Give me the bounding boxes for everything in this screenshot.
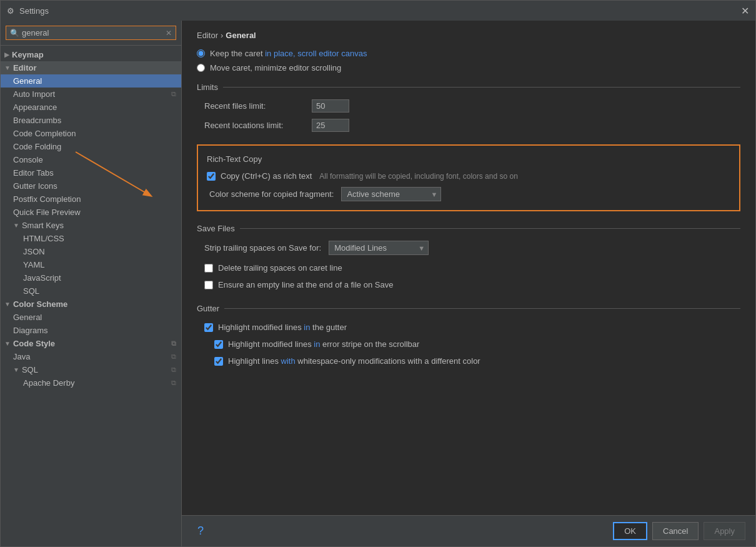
highlight-error-row: Highlight modified lines in error stripe… xyxy=(197,338,740,351)
ensure-empty-checkbox[interactable] xyxy=(204,281,213,289)
gutter-icons-label: Gutter Icons xyxy=(13,181,57,191)
sidebar-item-gutter-icons[interactable]: Gutter Icons xyxy=(1,179,181,193)
save-files-section: Save Files Strip trailing spaces on Save… xyxy=(197,224,740,291)
titlebar: ⚙ Settings ✕ xyxy=(1,1,755,21)
search-input-wrap: 🔍 ✕ xyxy=(6,26,176,40)
close-button[interactable]: ✕ xyxy=(741,5,749,17)
cancel-button[interactable]: Cancel xyxy=(652,522,699,540)
code-completion-label: Code Completion xyxy=(13,129,76,138)
breadcrumbs-label: Breadcrumbs xyxy=(13,116,61,125)
sidebar-item-code-style[interactable]: ▼ Code Style ⧉ xyxy=(1,337,181,350)
quick-file-preview-label: Quick File Preview xyxy=(13,208,81,217)
recent-locations-row: Recent locations limit: xyxy=(197,119,740,132)
sidebar-item-code-folding[interactable]: Code Folding xyxy=(1,140,181,153)
gutter-title: Gutter xyxy=(197,304,740,313)
cs-sql-label: SQL xyxy=(22,365,38,374)
sidebar-item-apache-derby[interactable]: Apache Derby ⧉ xyxy=(1,376,181,389)
sidebar-item-breadcrumbs[interactable]: Breadcrumbs xyxy=(1,114,181,127)
general-label: General xyxy=(13,76,42,86)
strip-trailing-select[interactable]: Modified Lines All None xyxy=(329,241,429,255)
code-style-collapse-icon: ▼ xyxy=(4,340,11,347)
breadcrumb-parent: Editor xyxy=(197,31,218,40)
sidebar-item-java[interactable]: Java ⧉ xyxy=(1,350,181,363)
keymap-collapse-icon: ▶ xyxy=(4,51,9,58)
color-scheme-select-wrap: Active scheme Default Darcula ▼ xyxy=(341,187,441,201)
sidebar-item-general[interactable]: General xyxy=(1,74,181,88)
sidebar-item-editor-tabs[interactable]: Editor Tabs xyxy=(1,166,181,179)
sidebar-item-sql[interactable]: SQL xyxy=(1,284,181,298)
cs-sql-copy-icon: ⧉ xyxy=(171,366,176,374)
help-button[interactable]: ? xyxy=(192,523,209,540)
sidebar-item-smart-keys[interactable]: ▼ Smart Keys xyxy=(1,219,181,232)
sidebar-item-yaml[interactable]: YAML xyxy=(1,258,181,271)
gutter-section: Gutter Highlight modified lines in the g… xyxy=(197,304,740,368)
highlight-error-checkbox[interactable] xyxy=(214,340,223,349)
recent-locations-input[interactable] xyxy=(312,119,349,132)
color-scheme-collapse-icon: ▼ xyxy=(4,301,11,308)
diagrams-label: Diagrams xyxy=(13,326,48,335)
radio-move-caret-input[interactable] xyxy=(197,64,205,72)
sidebar-item-cs-sql[interactable]: ▼ SQL ⧉ xyxy=(1,363,181,376)
apache-derby-copy-icon: ⧉ xyxy=(171,379,176,387)
sidebar-item-code-completion[interactable]: Code Completion xyxy=(1,127,181,140)
sidebar-item-color-scheme[interactable]: ▼ Color Scheme xyxy=(1,298,181,311)
settings-tree: ▶ Keymap ▼ Editor General Auto Import ⧉ … xyxy=(1,46,181,546)
main-content-area: 🔍 ✕ ▶ Keymap ▼ Editor General xyxy=(1,21,755,546)
settings-window: ⚙ Settings ✕ 🔍 ✕ ▶ Keymap xyxy=(0,0,756,547)
color-scheme-select[interactable]: Active scheme Default Darcula xyxy=(341,187,441,201)
sidebar-item-console[interactable]: Console xyxy=(1,153,181,166)
sidebar-item-auto-import[interactable]: Auto Import ⧉ xyxy=(1,88,181,101)
apply-button[interactable]: Apply xyxy=(704,522,745,540)
code-style-label: Code Style xyxy=(13,339,55,348)
html-css-label: HTML/CSS xyxy=(23,234,64,243)
smart-keys-label: Smart Keys xyxy=(22,221,64,230)
sidebar-item-diagrams[interactable]: Diagrams xyxy=(1,324,181,337)
search-clear-button[interactable]: ✕ xyxy=(166,29,172,38)
highlight-whitespace-checkbox[interactable] xyxy=(214,357,223,366)
recent-files-row: Recent files limit: xyxy=(197,99,740,113)
highlight-modified-row: Highlight modified lines in the gutter xyxy=(197,321,740,334)
javascript-label: JavaScript xyxy=(23,273,61,283)
console-label: Console xyxy=(13,155,43,164)
radio-move-caret: Move caret, minimize editor scrolling xyxy=(197,63,740,73)
search-icon: 🔍 xyxy=(10,29,19,38)
sidebar-item-keymap[interactable]: ▶ Keymap xyxy=(1,48,181,61)
sidebar-item-quick-file-preview[interactable]: Quick File Preview xyxy=(1,206,181,219)
search-input[interactable] xyxy=(22,28,163,38)
keymap-label: Keymap xyxy=(12,50,44,59)
ensure-empty-row: Ensure an empty line at the end of a fil… xyxy=(197,278,740,291)
sidebar-item-html-css[interactable]: HTML/CSS xyxy=(1,232,181,245)
cs-sql-collapse-icon: ▼ xyxy=(13,366,19,373)
sidebar-item-cs-general[interactable]: General xyxy=(1,311,181,324)
ok-button[interactable]: OK xyxy=(613,522,647,540)
auto-import-label: Auto Import xyxy=(13,89,55,99)
sidebar-item-editor[interactable]: ▼ Editor xyxy=(1,61,181,74)
json-label: JSON xyxy=(23,247,45,256)
sidebar-item-json[interactable]: JSON xyxy=(1,245,181,258)
copy-as-rich-text-checkbox[interactable] xyxy=(207,172,216,181)
auto-import-copy-icon: ⧉ xyxy=(171,90,176,98)
code-folding-label: Code Folding xyxy=(13,142,61,151)
scroll-options: Keep the caret in place, scroll editor c… xyxy=(197,49,740,73)
sidebar-item-javascript[interactable]: JavaScript xyxy=(1,271,181,284)
editor-tabs-label: Editor Tabs xyxy=(13,168,54,178)
delete-trailing-row: Delete trailing spaces on caret line xyxy=(197,261,740,274)
radio-keep-caret-label: Keep the caret in place, scroll editor c… xyxy=(210,49,367,58)
recent-files-input[interactable] xyxy=(312,99,349,113)
action-buttons: OK Cancel Apply xyxy=(613,522,745,540)
recent-locations-label: Recent locations limit: xyxy=(204,121,304,130)
sidebar-item-postfix-completion[interactable]: Postfix Completion xyxy=(1,193,181,206)
settings-content: Editor › General Keep the caret in place… xyxy=(182,21,755,515)
radio-move-caret-label: Move caret, minimize editor scrolling xyxy=(210,63,341,73)
highlight-modified-checkbox[interactable] xyxy=(204,323,213,332)
sidebar-item-appearance[interactable]: Appearance xyxy=(1,101,181,114)
delete-trailing-checkbox[interactable] xyxy=(204,264,213,273)
search-bar: 🔍 ✕ xyxy=(1,21,181,46)
color-scheme-row: Color scheme for copied fragment: Active… xyxy=(207,187,730,201)
postfix-completion-label: Postfix Completion xyxy=(13,194,81,204)
rich-text-copy-box: Rich-Text Copy Copy (Ctrl+C) as rich tex… xyxy=(197,144,740,211)
radio-keep-caret-input[interactable] xyxy=(197,49,205,58)
strip-trailing-label: Strip trailing spaces on Save for: xyxy=(204,243,321,253)
rich-text-copy-title: Rich-Text Copy xyxy=(207,154,730,164)
apache-derby-label: Apache Derby xyxy=(23,378,74,388)
